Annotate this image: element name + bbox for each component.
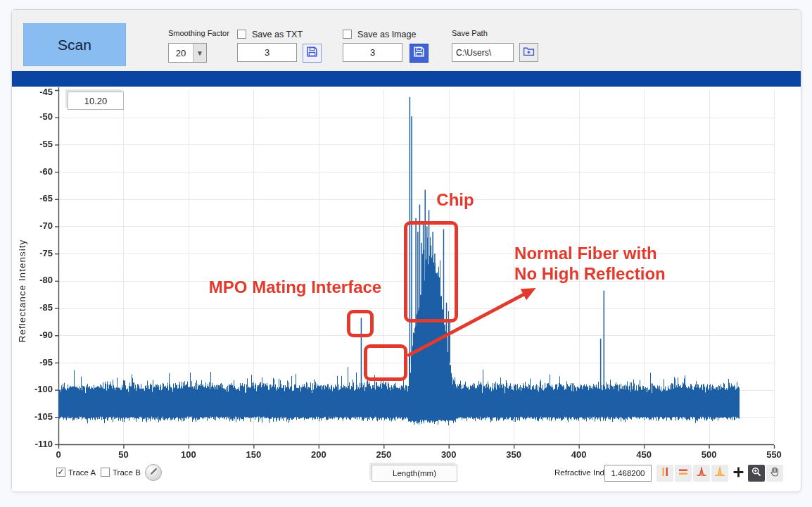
crosshair-icon bbox=[732, 466, 744, 481]
trace-a-checkbox[interactable]: ✓ bbox=[56, 468, 65, 477]
floppy-disk-icon bbox=[306, 46, 318, 61]
header-divider-bar bbox=[12, 71, 801, 87]
save-txt-count-field[interactable]: 3 bbox=[237, 43, 297, 62]
chevron-down-icon[interactable]: ▼ bbox=[193, 44, 206, 62]
refractive-index-field[interactable]: 1.468200 bbox=[604, 465, 652, 482]
save-as-txt-checkbox[interactable]: ✓ bbox=[237, 30, 246, 39]
save-path-label: Save Path bbox=[452, 29, 488, 37]
save-as-image-label: Save as Image bbox=[357, 30, 416, 39]
trace-a-label: Trace A bbox=[68, 468, 96, 477]
save-path-field[interactable]: C:\Users\ bbox=[452, 43, 514, 62]
peak-marker-red-button[interactable] bbox=[693, 465, 710, 482]
save-txt-button[interactable] bbox=[303, 44, 322, 63]
horizontal-cursors-button[interactable] bbox=[675, 465, 692, 482]
checkmark-icon: ✓ bbox=[57, 467, 64, 477]
peak-marker-red-icon bbox=[696, 466, 707, 480]
scan-button[interactable]: Scan bbox=[23, 23, 126, 66]
pen-icon bbox=[149, 466, 158, 479]
chart-region: Reflectance Intensity 10.20 Chip MPO Mat… bbox=[12, 87, 799, 491]
save-as-image-checkbox[interactable]: ✓ bbox=[343, 30, 352, 39]
y-axis-label: Reflectance Intensity bbox=[17, 210, 28, 372]
floppy-disk-icon bbox=[413, 46, 425, 61]
folder-plus-icon bbox=[523, 45, 535, 60]
magnifier-plus-icon bbox=[751, 466, 762, 480]
save-as-txt-label: Save as TXT bbox=[252, 30, 303, 39]
save-image-button[interactable] bbox=[410, 44, 429, 63]
pen-tool-button[interactable] bbox=[145, 464, 162, 481]
vertical-cursors-icon bbox=[659, 466, 671, 480]
trace-b-checkbox[interactable]: ✓ bbox=[101, 468, 110, 477]
trace-b-label: Trace B bbox=[113, 468, 141, 477]
smoothing-factor-label: Smoothing Factor bbox=[168, 29, 229, 37]
smoothing-factor-dropdown[interactable]: 20 ▼ bbox=[168, 43, 207, 63]
cursor-readout: 10.20 bbox=[68, 92, 124, 110]
browse-folder-button[interactable] bbox=[519, 43, 538, 62]
app-window: Scan Smoothing Factor 20 ▼ ✓ Save as TXT… bbox=[11, 9, 801, 492]
horizontal-cursors-icon bbox=[678, 466, 689, 480]
toolbar: Scan Smoothing Factor 20 ▼ ✓ Save as TXT… bbox=[12, 10, 801, 71]
vertical-cursors-button[interactable] bbox=[656, 465, 673, 482]
plot-canvas[interactable] bbox=[12, 87, 799, 491]
x-axis-widget: Length(mm) bbox=[372, 465, 457, 482]
peak-marker-orange-button[interactable] bbox=[711, 465, 728, 482]
save-image-count-field[interactable]: 3 bbox=[343, 43, 402, 62]
smoothing-factor-value: 20 bbox=[169, 44, 193, 62]
hand-icon bbox=[769, 466, 780, 480]
crosshair-button[interactable] bbox=[730, 465, 747, 482]
peak-marker-orange-icon bbox=[714, 466, 725, 480]
pan-button[interactable] bbox=[766, 465, 783, 482]
zoom-button[interactable] bbox=[748, 465, 765, 482]
